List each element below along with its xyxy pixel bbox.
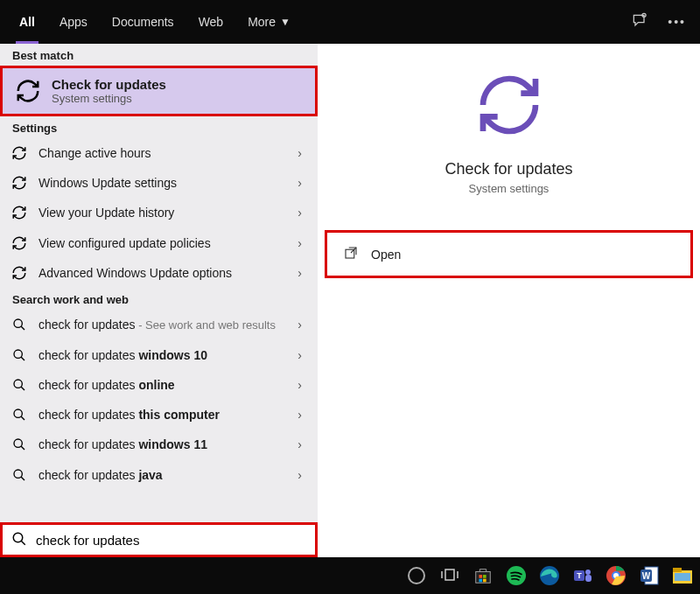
refresh-icon	[15, 78, 41, 104]
search-icon	[10, 348, 28, 362]
edge-icon[interactable]	[537, 563, 562, 588]
svg-point-2	[14, 350, 22, 358]
svg-point-1	[14, 319, 22, 327]
search-input[interactable]	[36, 533, 306, 548]
search-suggestion[interactable]: check for updates this computer ›	[0, 400, 318, 430]
settings-item-label: View your Update history	[38, 205, 282, 220]
section-header-best-match: Best match	[0, 44, 318, 66]
tab-more[interactable]: More▼	[235, 0, 303, 44]
settings-item[interactable]: View your Update history ›	[0, 198, 318, 227]
settings-item[interactable]: Change active hours ›	[0, 138, 318, 168]
open-label: Open	[371, 248, 401, 262]
chevron-right-icon: ›	[292, 266, 307, 280]
top-tab-bar: All Apps Documents Web More▼ •••	[0, 0, 700, 44]
explorer-icon[interactable]	[670, 563, 695, 588]
tab-apps[interactable]: Apps	[47, 0, 100, 44]
search-suggestion[interactable]: check for updates windows 10 ›	[0, 340, 318, 370]
settings-item[interactable]: Advanced Windows Update options ›	[0, 258, 318, 288]
tab-documents[interactable]: Documents	[100, 0, 186, 44]
chevron-right-icon: ›	[292, 318, 307, 332]
store-icon[interactable]	[471, 563, 495, 588]
tab-all[interactable]: All	[7, 0, 47, 44]
preview-title: Check for updates	[444, 160, 572, 178]
svg-point-3	[14, 380, 22, 388]
chevron-right-icon: ›	[292, 468, 307, 482]
search-suggestion[interactable]: check for updates online ›	[0, 370, 318, 400]
tab-web[interactable]: Web	[186, 0, 236, 44]
results-panel: Best match Check for updates System sett…	[0, 44, 318, 557]
search-suggestion[interactable]: check for updates - See work and web res…	[0, 310, 318, 340]
chevron-right-icon: ›	[292, 176, 307, 190]
svg-rect-29	[675, 573, 690, 581]
settings-item-label: Advanced Windows Update options	[38, 265, 282, 281]
search-icon	[11, 531, 27, 549]
svg-point-8	[13, 533, 23, 542]
cortana-icon[interactable]	[404, 563, 429, 588]
chevron-right-icon: ›	[292, 206, 307, 220]
settings-item-label: Windows Update settings	[38, 175, 282, 191]
search-suggestion[interactable]: check for updates java ›	[0, 460, 318, 490]
svg-rect-11	[479, 575, 482, 578]
search-suggestion-label: check for updates windows 11	[38, 437, 282, 452]
search-suggestion[interactable]: check for updates windows 11 ›	[0, 430, 318, 459]
preview-subtitle: System settings	[469, 182, 550, 195]
svg-rect-20	[585, 575, 592, 582]
settings-item[interactable]: Windows Update settings ›	[0, 168, 318, 198]
svg-point-6	[14, 470, 22, 478]
search-suggestion-label: check for updates online	[38, 377, 282, 393]
chevron-right-icon: ›	[292, 437, 307, 451]
chevron-right-icon: ›	[292, 408, 307, 422]
refresh-icon	[10, 205, 28, 220]
search-suggestion-label: check for updates java	[38, 467, 282, 483]
settings-item-label: Change active hours	[38, 145, 282, 161]
ellipsis-icon[interactable]: •••	[668, 15, 686, 29]
chevron-right-icon: ›	[292, 348, 307, 362]
settings-item[interactable]: View configured update policies ›	[0, 228, 318, 258]
best-match-title: Check for updates	[52, 77, 166, 92]
word-icon[interactable]: W	[637, 563, 662, 588]
svg-rect-12	[483, 575, 486, 578]
refresh-icon-large	[474, 70, 544, 143]
svg-point-19	[585, 570, 591, 575]
svg-text:W: W	[642, 571, 651, 581]
section-header-settings: Settings	[0, 116, 318, 138]
task-view-icon[interactable]	[438, 563, 462, 588]
chevron-right-icon: ›	[292, 146, 307, 160]
spotify-icon[interactable]	[504, 563, 528, 588]
section-header-search: Search work and web	[0, 288, 318, 310]
taskbar: T W	[0, 557, 700, 594]
search-icon	[10, 437, 28, 451]
chevron-down-icon: ▼	[280, 16, 290, 28]
search-icon	[10, 378, 28, 392]
search-suggestion-label: check for updates this computer	[38, 407, 282, 423]
chevron-right-icon: ›	[292, 378, 307, 392]
svg-rect-13	[479, 579, 482, 583]
refresh-icon	[10, 265, 28, 281]
best-match-result[interactable]: Check for updates System settings	[0, 66, 318, 116]
feedback-icon[interactable]	[631, 12, 648, 32]
chevron-right-icon: ›	[292, 236, 307, 250]
best-match-subtitle: System settings	[52, 92, 166, 105]
svg-point-5	[14, 439, 22, 447]
svg-text:T: T	[577, 571, 582, 580]
search-box[interactable]	[0, 522, 318, 557]
svg-rect-14	[483, 579, 486, 583]
search-icon	[10, 408, 28, 422]
svg-rect-9	[445, 570, 454, 580]
settings-item-label: View configured update policies	[38, 235, 282, 251]
svg-rect-28	[673, 568, 682, 572]
open-button[interactable]: Open	[325, 230, 693, 278]
search-icon	[10, 318, 28, 332]
refresh-icon	[10, 235, 28, 251]
teams-icon[interactable]: T	[570, 563, 595, 588]
search-icon	[10, 468, 28, 482]
chrome-icon[interactable]	[604, 563, 628, 588]
preview-panel: Check for updates System settings Open	[318, 44, 700, 557]
open-icon	[343, 245, 359, 263]
search-suggestion-label: check for updates windows 10	[38, 347, 282, 363]
search-suggestion-label: check for updates - See work and web res…	[38, 317, 282, 333]
svg-point-4	[14, 409, 22, 417]
refresh-icon	[10, 175, 28, 191]
refresh-icon	[10, 145, 28, 161]
